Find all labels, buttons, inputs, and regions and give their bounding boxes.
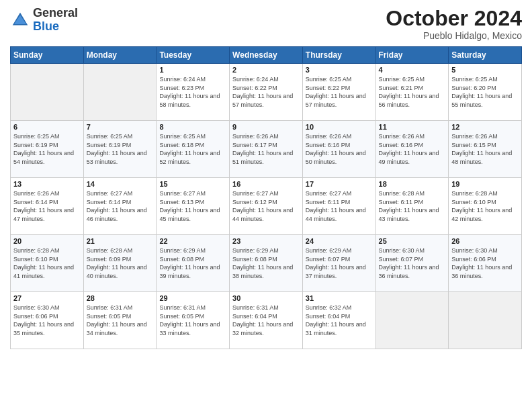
day-info: Sunrise: 6:32 AMSunset: 6:04 PMDaylight:… bbox=[306, 304, 373, 337]
day-info: Sunrise: 6:29 AMSunset: 6:08 PMDaylight:… bbox=[232, 246, 300, 280]
calendar-week-2: 6Sunrise: 6:25 AMSunset: 6:19 PMDaylight… bbox=[11, 121, 522, 178]
day-info: Sunrise: 6:26 AMSunset: 6:15 PMDaylight:… bbox=[451, 132, 519, 166]
day-info: Sunrise: 6:27 AMSunset: 6:11 PMDaylight:… bbox=[306, 189, 373, 223]
table-row: 24Sunrise: 6:29 AMSunset: 6:07 PMDayligh… bbox=[302, 235, 375, 292]
day-number: 24 bbox=[306, 237, 373, 245]
calendar-table: Sunday Monday Tuesday Wednesday Thursday… bbox=[10, 46, 522, 349]
day-info: Sunrise: 6:25 AMSunset: 6:18 PMDaylight:… bbox=[159, 132, 226, 166]
table-row bbox=[11, 64, 84, 121]
title-block: October 2024 Pueblo Hidalgo, Mexico bbox=[386, 7, 522, 41]
logo-blue-text: Blue bbox=[33, 19, 59, 33]
day-number: 4 bbox=[379, 66, 446, 74]
day-info: Sunrise: 6:24 AMSunset: 6:22 PMDaylight:… bbox=[232, 75, 300, 109]
day-info: Sunrise: 6:26 AMSunset: 6:16 PMDaylight:… bbox=[379, 132, 446, 166]
day-number: 17 bbox=[306, 180, 373, 188]
table-row: 16Sunrise: 6:27 AMSunset: 6:12 PMDayligh… bbox=[230, 178, 303, 235]
day-info: Sunrise: 6:29 AMSunset: 6:08 PMDaylight:… bbox=[159, 246, 226, 280]
table-row: 25Sunrise: 6:30 AMSunset: 6:07 PMDayligh… bbox=[375, 235, 449, 292]
day-info: Sunrise: 6:24 AMSunset: 6:23 PMDaylight:… bbox=[159, 75, 226, 109]
day-number: 28 bbox=[87, 294, 154, 302]
day-info: Sunrise: 6:31 AMSunset: 6:05 PMDaylight:… bbox=[87, 304, 154, 337]
day-info: Sunrise: 6:25 AMSunset: 6:19 PMDaylight:… bbox=[13, 132, 81, 166]
day-info: Sunrise: 6:27 AMSunset: 6:12 PMDaylight:… bbox=[232, 189, 300, 223]
day-number: 10 bbox=[306, 123, 373, 131]
day-number: 5 bbox=[451, 66, 519, 74]
logo-general-text: General bbox=[33, 6, 78, 19]
table-row: 21Sunrise: 6:28 AMSunset: 6:09 PMDayligh… bbox=[83, 235, 157, 292]
day-number: 16 bbox=[232, 180, 300, 188]
table-row: 7Sunrise: 6:25 AMSunset: 6:19 PMDaylight… bbox=[83, 121, 157, 178]
day-number: 18 bbox=[379, 180, 446, 188]
calendar-week-4: 20Sunrise: 6:28 AMSunset: 6:10 PMDayligh… bbox=[11, 235, 522, 292]
col-thursday: Thursday bbox=[302, 47, 375, 64]
day-number: 29 bbox=[159, 294, 226, 302]
day-number: 31 bbox=[306, 294, 373, 302]
table-row: 15Sunrise: 6:27 AMSunset: 6:13 PMDayligh… bbox=[157, 178, 230, 235]
day-info: Sunrise: 6:26 AMSunset: 6:17 PMDaylight:… bbox=[232, 132, 300, 166]
day-info: Sunrise: 6:31 AMSunset: 6:04 PMDaylight:… bbox=[232, 304, 300, 337]
table-row: 19Sunrise: 6:28 AMSunset: 6:10 PMDayligh… bbox=[449, 178, 522, 235]
day-info: Sunrise: 6:26 AMSunset: 6:16 PMDaylight:… bbox=[306, 132, 373, 166]
table-row: 11Sunrise: 6:26 AMSunset: 6:16 PMDayligh… bbox=[375, 121, 449, 178]
table-row: 26Sunrise: 6:30 AMSunset: 6:06 PMDayligh… bbox=[449, 235, 522, 292]
table-row: 18Sunrise: 6:28 AMSunset: 6:11 PMDayligh… bbox=[375, 178, 449, 235]
table-row: 31Sunrise: 6:32 AMSunset: 6:04 PMDayligh… bbox=[302, 292, 375, 349]
day-number: 7 bbox=[87, 123, 154, 131]
table-row: 22Sunrise: 6:29 AMSunset: 6:08 PMDayligh… bbox=[157, 235, 230, 292]
day-number: 27 bbox=[13, 294, 81, 302]
day-info: Sunrise: 6:28 AMSunset: 6:09 PMDaylight:… bbox=[87, 246, 154, 280]
day-info: Sunrise: 6:25 AMSunset: 6:20 PMDaylight:… bbox=[451, 75, 519, 109]
day-info: Sunrise: 6:31 AMSunset: 6:05 PMDaylight:… bbox=[159, 304, 226, 337]
day-number: 19 bbox=[451, 180, 519, 188]
day-number: 26 bbox=[451, 237, 519, 245]
table-row: 28Sunrise: 6:31 AMSunset: 6:05 PMDayligh… bbox=[83, 292, 157, 349]
col-monday: Monday bbox=[83, 47, 157, 64]
table-row: 2Sunrise: 6:24 AMSunset: 6:22 PMDaylight… bbox=[230, 64, 303, 121]
day-number: 12 bbox=[451, 123, 519, 131]
calendar-week-3: 13Sunrise: 6:26 AMSunset: 6:14 PMDayligh… bbox=[11, 178, 522, 235]
table-row: 20Sunrise: 6:28 AMSunset: 6:10 PMDayligh… bbox=[11, 235, 84, 292]
table-row: 5Sunrise: 6:25 AMSunset: 6:20 PMDaylight… bbox=[449, 64, 522, 121]
col-friday: Friday bbox=[375, 47, 449, 64]
day-info: Sunrise: 6:28 AMSunset: 6:11 PMDaylight:… bbox=[379, 189, 446, 223]
day-number: 15 bbox=[159, 180, 226, 188]
calendar-week-1: 1Sunrise: 6:24 AMSunset: 6:23 PMDaylight… bbox=[11, 64, 522, 121]
table-row bbox=[449, 292, 522, 349]
day-number: 1 bbox=[159, 66, 226, 74]
day-number: 25 bbox=[379, 237, 446, 245]
day-number: 23 bbox=[232, 237, 300, 245]
day-number: 30 bbox=[232, 294, 300, 302]
day-info: Sunrise: 6:26 AMSunset: 6:14 PMDaylight:… bbox=[13, 189, 81, 223]
day-info: Sunrise: 6:28 AMSunset: 6:10 PMDaylight:… bbox=[451, 189, 519, 223]
day-number: 3 bbox=[306, 66, 373, 74]
day-info: Sunrise: 6:29 AMSunset: 6:07 PMDaylight:… bbox=[306, 246, 373, 280]
table-row: 9Sunrise: 6:26 AMSunset: 6:17 PMDaylight… bbox=[230, 121, 303, 178]
col-sunday: Sunday bbox=[11, 47, 84, 64]
day-number: 13 bbox=[13, 180, 81, 188]
day-info: Sunrise: 6:30 AMSunset: 6:06 PMDaylight:… bbox=[13, 304, 81, 337]
col-saturday: Saturday bbox=[449, 47, 522, 64]
col-tuesday: Tuesday bbox=[157, 47, 230, 64]
month-title: October 2024 bbox=[386, 7, 522, 30]
day-info: Sunrise: 6:25 AMSunset: 6:22 PMDaylight:… bbox=[306, 75, 373, 109]
table-row bbox=[83, 64, 157, 121]
table-row: 3Sunrise: 6:25 AMSunset: 6:22 PMDaylight… bbox=[302, 64, 375, 121]
table-row: 4Sunrise: 6:25 AMSunset: 6:21 PMDaylight… bbox=[375, 64, 449, 121]
calendar-header-row: Sunday Monday Tuesday Wednesday Thursday… bbox=[11, 47, 522, 64]
day-info: Sunrise: 6:27 AMSunset: 6:14 PMDaylight:… bbox=[87, 189, 154, 223]
day-info: Sunrise: 6:25 AMSunset: 6:21 PMDaylight:… bbox=[379, 75, 446, 109]
day-number: 8 bbox=[159, 123, 226, 131]
col-wednesday: Wednesday bbox=[230, 47, 303, 64]
table-row: 12Sunrise: 6:26 AMSunset: 6:15 PMDayligh… bbox=[449, 121, 522, 178]
table-row: 1Sunrise: 6:24 AMSunset: 6:23 PMDaylight… bbox=[157, 64, 230, 121]
day-number: 9 bbox=[232, 123, 300, 131]
logo-icon bbox=[10, 10, 30, 30]
day-number: 21 bbox=[87, 237, 154, 245]
day-info: Sunrise: 6:27 AMSunset: 6:13 PMDaylight:… bbox=[159, 189, 226, 223]
day-info: Sunrise: 6:28 AMSunset: 6:10 PMDaylight:… bbox=[13, 246, 81, 280]
day-number: 11 bbox=[379, 123, 446, 131]
table-row: 27Sunrise: 6:30 AMSunset: 6:06 PMDayligh… bbox=[11, 292, 84, 349]
logo: General Blue bbox=[10, 7, 78, 34]
table-row: 8Sunrise: 6:25 AMSunset: 6:18 PMDaylight… bbox=[157, 121, 230, 178]
table-row: 23Sunrise: 6:29 AMSunset: 6:08 PMDayligh… bbox=[230, 235, 303, 292]
